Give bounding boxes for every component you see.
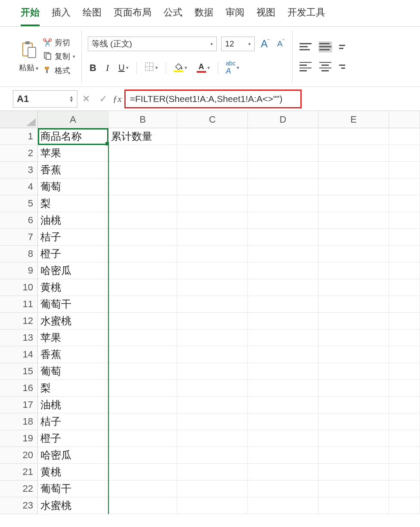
- align-left-button[interactable]: [299, 61, 312, 72]
- row-header[interactable]: 1: [0, 128, 38, 145]
- formula-input[interactable]: =FILTER(Sheet1!A:A,Sheet1!A:A<>""): [124, 89, 302, 108]
- cell[interactable]: [389, 380, 420, 397]
- cell[interactable]: [318, 262, 389, 279]
- cell[interactable]: 水蜜桃: [38, 497, 108, 514]
- cell[interactable]: [318, 179, 389, 195]
- cell[interactable]: 梨: [38, 195, 108, 212]
- cell[interactable]: [318, 363, 389, 380]
- phonetic-button[interactable]: abcA ▾: [224, 59, 241, 77]
- cell[interactable]: [248, 346, 318, 363]
- cell[interactable]: [177, 330, 248, 346]
- cell[interactable]: [389, 481, 420, 497]
- cell[interactable]: [318, 128, 389, 145]
- cell[interactable]: [389, 447, 420, 464]
- cell[interactable]: 苹果: [38, 145, 108, 162]
- cell[interactable]: [318, 313, 389, 330]
- name-box-stepper-icon[interactable]: ▲▼: [69, 96, 74, 102]
- cell[interactable]: [108, 330, 177, 346]
- cell[interactable]: [248, 413, 318, 430]
- cell[interactable]: 桔子: [38, 413, 108, 430]
- align-top-button[interactable]: [299, 41, 312, 52]
- cell[interactable]: [108, 346, 177, 363]
- cell[interactable]: [318, 145, 389, 162]
- font-name-select[interactable]: 等线 (正文) ▾: [88, 37, 217, 51]
- cell[interactable]: [318, 195, 389, 212]
- cell[interactable]: [248, 464, 318, 481]
- increase-font-button[interactable]: Aˆ: [259, 38, 271, 50]
- cell[interactable]: [177, 262, 248, 279]
- cell[interactable]: [108, 262, 177, 279]
- tab-review[interactable]: 审阅: [225, 6, 244, 26]
- cell[interactable]: [318, 296, 389, 313]
- cell[interactable]: [248, 330, 318, 346]
- align-bottom-button[interactable]: [338, 41, 346, 52]
- cell[interactable]: 水蜜桃: [38, 313, 108, 330]
- row-header[interactable]: 11: [0, 296, 38, 313]
- row-header[interactable]: 10: [0, 279, 38, 296]
- align-center-button[interactable]: [318, 61, 332, 72]
- row-header[interactable]: 9: [0, 262, 38, 279]
- cell[interactable]: [177, 246, 248, 262]
- name-box[interactable]: A1 ▲▼: [13, 90, 77, 108]
- cell[interactable]: 累计数量: [108, 128, 177, 145]
- row-header[interactable]: 5: [0, 195, 38, 212]
- cell[interactable]: [318, 464, 389, 481]
- col-header-c[interactable]: C: [177, 111, 248, 128]
- cell[interactable]: [318, 212, 389, 229]
- cell[interactable]: [389, 212, 420, 229]
- tab-insert[interactable]: 插入: [52, 6, 71, 26]
- row-header[interactable]: 8: [0, 246, 38, 262]
- cell[interactable]: [318, 481, 389, 497]
- cell[interactable]: [108, 380, 177, 397]
- select-all-corner[interactable]: [0, 111, 38, 128]
- cell[interactable]: [318, 397, 389, 413]
- cell[interactable]: [108, 145, 177, 162]
- cell[interactable]: [318, 162, 389, 179]
- row-header[interactable]: 17: [0, 397, 38, 413]
- cell[interactable]: [108, 464, 177, 481]
- cell[interactable]: [177, 481, 248, 497]
- cell[interactable]: [389, 179, 420, 195]
- underline-button[interactable]: U▾: [117, 62, 130, 74]
- cell[interactable]: 黄桃: [38, 464, 108, 481]
- row-header[interactable]: 23: [0, 497, 38, 514]
- cell[interactable]: [108, 430, 177, 447]
- cell[interactable]: [389, 229, 420, 246]
- align-right-button[interactable]: [338, 61, 346, 72]
- cell[interactable]: [389, 330, 420, 346]
- cell[interactable]: [248, 296, 318, 313]
- cell[interactable]: 葡萄: [38, 363, 108, 380]
- tab-draw[interactable]: 绘图: [83, 6, 102, 26]
- cell[interactable]: 橙子: [38, 430, 108, 447]
- cell[interactable]: [177, 162, 248, 179]
- cell[interactable]: [318, 279, 389, 296]
- row-header[interactable]: 16: [0, 380, 38, 397]
- cell[interactable]: [177, 363, 248, 380]
- cell[interactable]: [318, 380, 389, 397]
- cell[interactable]: [318, 497, 389, 514]
- cell[interactable]: [248, 195, 318, 212]
- cell[interactable]: [177, 145, 248, 162]
- col-header-d[interactable]: D: [248, 111, 318, 128]
- cell[interactable]: [389, 497, 420, 514]
- cell[interactable]: [248, 145, 318, 162]
- cell[interactable]: [248, 447, 318, 464]
- row-header[interactable]: 4: [0, 179, 38, 195]
- fill-color-button[interactable]: ▾: [172, 62, 189, 73]
- cell[interactable]: [177, 430, 248, 447]
- enter-formula-button[interactable]: ✓: [95, 93, 112, 105]
- cell[interactable]: [177, 380, 248, 397]
- cell[interactable]: [318, 447, 389, 464]
- cell[interactable]: [248, 380, 318, 397]
- row-header[interactable]: 14: [0, 346, 38, 363]
- bold-button[interactable]: B: [88, 62, 98, 74]
- cell[interactable]: 葡萄干: [38, 481, 108, 497]
- cell[interactable]: [248, 481, 318, 497]
- cell[interactable]: [389, 413, 420, 430]
- cell[interactable]: [177, 397, 248, 413]
- cell[interactable]: [108, 397, 177, 413]
- border-button[interactable]: ▾: [143, 61, 160, 74]
- cell[interactable]: 橙子: [38, 246, 108, 262]
- cell[interactable]: [177, 179, 248, 195]
- cell[interactable]: [389, 262, 420, 279]
